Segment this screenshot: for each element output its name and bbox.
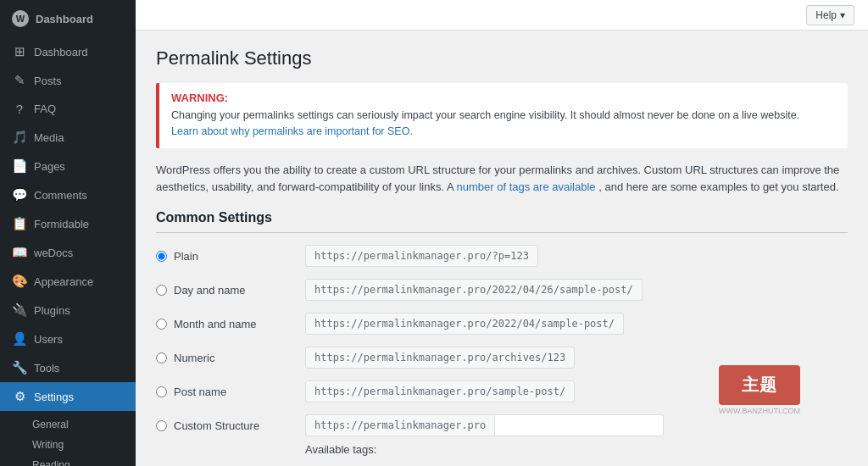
sidebar-item-plugins[interactable]: 🔌 Plugins [0,296,136,325]
custom-url-prefix: https://permalinkmanager.pro [305,414,494,436]
sidebar-item-label: Comments [34,189,87,202]
dashboard-icon: ⊞ [12,44,27,59]
permalink-options: Plain https://permalinkmanager.pro/?p=12… [156,245,848,466]
help-button[interactable]: Help ▾ [806,5,854,25]
submenu-reading[interactable]: Reading [0,455,136,466]
sidebar-item-label: Settings [34,391,74,403]
warning-box: WARNING: Changing your permalinks settin… [156,83,848,148]
appearance-icon: 🎨 [12,274,27,289]
tags-link[interactable]: number of tags are available [457,180,596,193]
warning-title: WARNING: [171,92,836,104]
option-plain: Plain https://permalinkmanager.pro/?p=12… [156,245,848,267]
media-icon: 🎵 [12,130,27,145]
sidebar-item-posts[interactable]: ✎ Posts [0,66,136,95]
option-post-name-label[interactable]: Post name [156,386,292,398]
radio-day-name[interactable] [156,285,167,296]
main-area: Help ▾ Permalink Settings WARNING: Chang… [136,0,868,466]
settings-icon: ⚙ [12,389,27,404]
sidebar-item-label: Media [34,131,64,144]
comments-icon: 💬 [12,187,27,202]
sidebar-item-media[interactable]: 🎵 Media [0,123,136,152]
users-icon: 👤 [12,331,27,347]
sidebar-item-comments[interactable]: 💬 Comments [0,180,136,209]
option-day-name-label[interactable]: Day and name [156,284,292,297]
info-paragraph: WordPress offers you the ability to crea… [156,162,848,197]
sidebar-item-label: Tools [34,362,59,374]
sidebar-item-label: Users [34,333,63,346]
content-area: Permalink Settings WARNING: Changing you… [136,31,868,466]
option-plain-label[interactable]: Plain [156,250,292,263]
option-month-name: Month and name https://permalinkmanager.… [156,313,848,335]
radio-custom[interactable] [156,420,167,431]
url-day-name: https://permalinkmanager.pro/2022/04/26/… [305,279,643,301]
sidebar-item-pages[interactable]: 📄 Pages [0,152,136,180]
radio-post-name[interactable] [156,386,167,397]
wedocs-icon: 📖 [12,245,27,260]
url-month-name: https://permalinkmanager.pro/2022/04/sam… [305,313,624,335]
sidebar-item-label: Plugins [34,304,70,317]
settings-submenu: General Writing Reading Discussion Media… [0,411,136,466]
option-post-name: Post name https://permalinkmanager.pro/s… [156,380,848,402]
sidebar-nav: ⊞ Dashboard ✎ Posts ? FAQ 🎵 Media 📄 Page… [0,37,136,466]
sidebar: W Dashboard ⊞ Dashboard ✎ Posts ? FAQ 🎵 … [0,0,136,466]
sidebar-item-label: Appearance [34,275,93,288]
sidebar-item-label: Formidable [34,218,89,230]
common-settings-title: Common Settings [156,210,848,233]
custom-url-input[interactable] [494,414,664,436]
sidebar-item-tools[interactable]: 🔧 Tools [0,353,136,382]
available-tags-label: Available tags: [305,443,848,456]
option-day-name: Day and name https://permalinkmanager.pr… [156,279,848,301]
sidebar-item-label: Dashboard [34,46,88,58]
wordpress-icon: W [12,10,29,27]
posts-icon: ✎ [12,73,27,88]
help-label: Help [815,9,837,21]
option-custom: Custom Structure https://permalinkmanage… [156,414,848,466]
sidebar-item-label: weDocs [34,247,73,259]
sidebar-item-label: Pages [34,160,65,173]
option-numeric: Numeric https://permalinkmanager.pro/arc… [156,347,848,369]
sidebar-item-appearance[interactable]: 🎨 Appearance [0,267,136,296]
sidebar-item-wedocs[interactable]: 📖 weDocs [0,238,136,267]
radio-plain[interactable] [156,251,167,262]
plugins-icon: 🔌 [12,302,27,318]
topbar: Help ▾ [136,0,868,31]
option-custom-label[interactable]: Custom Structure [156,419,292,432]
page-title: Permalink Settings [156,47,848,69]
radio-month-name[interactable] [156,319,167,330]
warning-text: Changing your permalinks settings can se… [171,108,836,140]
radio-numeric[interactable] [156,352,167,363]
url-numeric: https://permalinkmanager.pro/archives/12… [305,347,575,369]
formidable-icon: 📋 [12,216,27,231]
sidebar-logo-label: Dashboard [36,13,93,25]
sidebar-item-settings[interactable]: ⚙ Settings [0,382,136,411]
sidebar-item-dashboard[interactable]: ⊞ Dashboard [0,37,136,66]
sidebar-item-label: FAQ [34,103,56,115]
chevron-down-icon: ▾ [840,9,845,21]
sidebar-item-faq[interactable]: ? FAQ [0,95,136,123]
sidebar-logo[interactable]: W Dashboard [0,0,136,37]
faq-icon: ? [12,102,27,116]
submenu-general[interactable]: General [0,414,136,435]
warning-link[interactable]: Learn about why permalinks are important… [171,125,413,137]
sidebar-item-formidable[interactable]: 📋 Formidable [0,209,136,238]
option-numeric-label[interactable]: Numeric [156,352,292,364]
tools-icon: 🔧 [12,360,27,375]
url-plain: https://permalinkmanager.pro/?p=123 [305,245,538,267]
pages-icon: 📄 [12,158,27,174]
url-post-name: https://permalinkmanager.pro/sample-post… [305,380,575,402]
submenu-writing[interactable]: Writing [0,435,136,455]
custom-inputs: https://permalinkmanager.pro [305,414,848,436]
custom-structure-area: https://permalinkmanager.pro Available t… [305,414,848,466]
sidebar-item-label: Posts [34,75,62,87]
option-month-name-label[interactable]: Month and name [156,318,292,330]
sidebar-item-users[interactable]: 👤 Users [0,325,136,353]
